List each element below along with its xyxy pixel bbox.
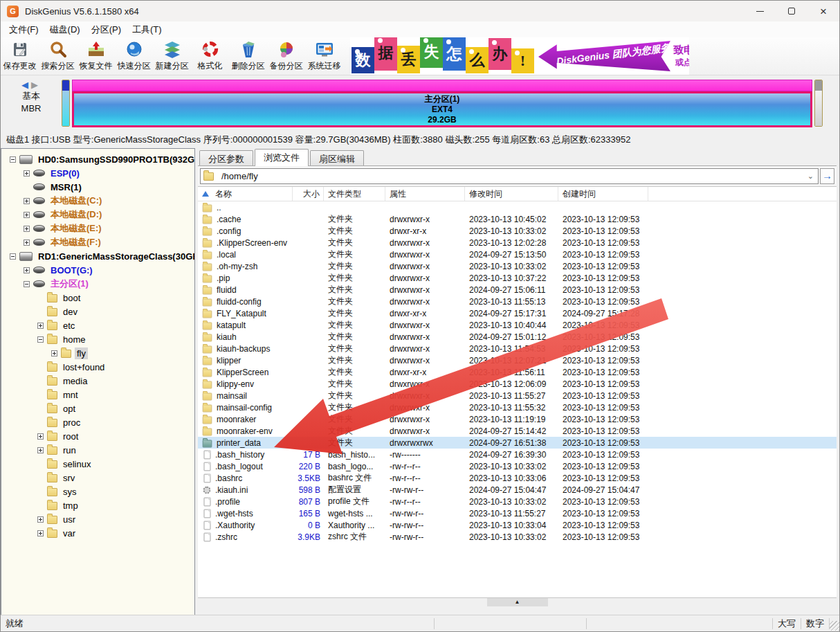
menu-item-1[interactable]: 磁盘(D) xyxy=(44,22,86,37)
column-header-created[interactable]: 创建时间 xyxy=(558,187,648,201)
next-disk-icon[interactable]: ▶ xyxy=(31,80,41,90)
expand-icon[interactable] xyxy=(24,240,30,246)
save-changes-button[interactable]: 保存更改 xyxy=(1,37,39,75)
tree-item-rd1-genericmassstorageclass-30gb-[interactable]: RD1:GenericMassStorageClass(30GB) xyxy=(1,249,194,263)
tree-item-lost-found[interactable]: lost+found xyxy=(1,360,194,374)
file-row--xauthority[interactable]: .Xauthority0 BXauthority ...-rw-rw-r--20… xyxy=(198,519,837,531)
file-row--config[interactable]: .config文件夹drwxr-xr-x2023-10-13 10:33:022… xyxy=(198,225,837,237)
tree-item-home[interactable]: home xyxy=(1,332,194,346)
file-row--kiauh-ini[interactable]: .kiauh.ini598 B配置设置-rw-rw-r--2024-09-27 … xyxy=(198,484,837,496)
tree-item-boot[interactable]: boot xyxy=(1,291,194,305)
column-header-size[interactable]: 大小 xyxy=(293,187,324,201)
tree-item--c-[interactable]: 本地磁盘(C:) xyxy=(1,194,194,208)
expand-icon[interactable] xyxy=(37,516,44,523)
column-header-type[interactable]: 文件类型 xyxy=(324,187,385,201)
file-row-klipper[interactable]: klipper文件夹drwxrwxr-x2023-10-13 12:07:212… xyxy=(198,354,837,366)
collapse-icon[interactable] xyxy=(10,156,16,163)
tree-item-esp-0-[interactable]: ESP(0) xyxy=(1,166,194,180)
path-input[interactable]: /home/fly ⌄ xyxy=(200,168,819,184)
column-header-attr[interactable]: 属性 xyxy=(385,187,465,201)
maximize-button[interactable] xyxy=(776,1,807,21)
file-row-klipperscreen[interactable]: KlipperScreen文件夹drwxr-xr-x2023-10-13 11:… xyxy=(198,366,837,378)
tab-分区参数[interactable]: 分区参数 xyxy=(199,150,253,165)
expand-icon[interactable] xyxy=(24,226,30,232)
minimize-button[interactable] xyxy=(744,1,776,21)
file-row-fluidd[interactable]: fluidd文件夹drwxrwxr-x2024-09-27 15:06:1120… xyxy=(198,284,837,296)
tree-item-tmp[interactable]: tmp xyxy=(1,498,194,512)
tree-item-mnt[interactable]: mnt xyxy=(1,388,194,401)
column-header-name[interactable]: 名称 xyxy=(198,187,293,201)
backup-partition-button[interactable]: 备份分区 xyxy=(267,37,305,75)
tree-item--e-[interactable]: 本地磁盘(E:) xyxy=(1,222,194,235)
file-row--[interactable]: .. xyxy=(198,201,837,213)
format-button[interactable]: 格式化 xyxy=(191,37,229,75)
search-partition-button[interactable]: 搜索分区 xyxy=(39,37,77,75)
file-row-kiauh[interactable]: kiauh文件夹drwxrwxr-x2024-09-27 15:01:12202… xyxy=(198,331,837,343)
tree-item-boot-g-[interactable]: BOOT(G:) xyxy=(1,263,194,277)
file-row-fluidd-config[interactable]: fluidd-config文件夹drwxrwxr-x2023-10-13 11:… xyxy=(198,296,837,307)
file-row--cache[interactable]: .cache文件夹drwxrwxr-x2023-10-13 10:45:0220… xyxy=(198,213,837,225)
file-row--local[interactable]: .local文件夹drwxrwxr-x2024-09-27 15:13:5020… xyxy=(198,249,837,260)
menu-item-0[interactable]: 文件(F) xyxy=(3,22,44,37)
tree-item-etc[interactable]: etc xyxy=(1,318,194,332)
tree-item-opt[interactable]: opt xyxy=(1,401,194,415)
disk-overview-strip[interactable] xyxy=(72,80,812,91)
file-row--pip[interactable]: .pip文件夹drwxrwxr-x2023-10-13 10:37:222023… xyxy=(198,272,837,284)
file-row-kiauh-backups[interactable]: kiauh-backups文件夹drwxrwxr-x2023-10-13 11:… xyxy=(198,343,837,354)
tree-item-usr[interactable]: usr xyxy=(1,512,194,526)
expand-bottom-panel-button[interactable]: ▲ xyxy=(487,598,548,606)
chevron-down-icon[interactable]: ⌄ xyxy=(807,172,815,181)
file-row-fly-katapult[interactable]: FLY_Katapult文件夹drwxr-xr-x2024-09-27 15:1… xyxy=(198,307,837,319)
tree-item-srv[interactable]: srv xyxy=(1,471,194,485)
file-row--bash-history[interactable]: .bash_history17 Bbash_histo...-rw-------… xyxy=(198,449,837,460)
file-row--zshrc[interactable]: .zshrc3.9KBzshrc 文件-rw-rw-r--2023-10-13 … xyxy=(198,531,837,543)
tab-浏览文件[interactable]: 浏览文件 xyxy=(255,149,309,166)
column-header-modified[interactable]: 修改时间 xyxy=(465,187,558,201)
expand-icon[interactable] xyxy=(51,350,57,356)
tree-item-var[interactable]: var xyxy=(1,526,194,540)
tree-item-root[interactable]: root xyxy=(1,429,194,443)
quick-partition-button[interactable]: 快速分区 xyxy=(115,37,153,75)
tree-item--1-[interactable]: 主分区(1) xyxy=(1,277,194,291)
file-row-mainsail[interactable]: mainsail文件夹drwxrwxr-x2023-10-13 11:55:27… xyxy=(198,390,837,401)
recover-files-button[interactable]: 恢复文件 xyxy=(77,37,115,75)
file-row--bashrc[interactable]: .bashrc3.5KBbashrc 文件-rw-r--r--2023-10-1… xyxy=(198,472,837,484)
prev-disk-icon[interactable]: ◀ xyxy=(21,80,31,90)
tree-item-msr-1-[interactable]: MSR(1) xyxy=(1,180,194,194)
expand-icon[interactable] xyxy=(37,447,44,453)
tree-item-selinux[interactable]: selinux xyxy=(1,457,194,471)
go-button[interactable]: → xyxy=(820,168,834,184)
collapse-icon[interactable] xyxy=(37,336,44,343)
expand-icon[interactable] xyxy=(37,433,44,440)
resize-grip[interactable] xyxy=(830,621,839,631)
file-row--klipperscreen-env[interactable]: .KlipperScreen-env文件夹drwxrwxr-x2023-10-1… xyxy=(198,237,837,249)
collapse-icon[interactable] xyxy=(10,253,16,260)
tree-item-media[interactable]: media xyxy=(1,374,194,388)
expand-icon[interactable] xyxy=(24,212,30,218)
file-row--oh-my-zsh[interactable]: .oh-my-zsh文件夹drwxrwxr-x2023-10-13 10:33:… xyxy=(198,260,837,272)
expand-icon[interactable] xyxy=(37,530,44,536)
expand-icon[interactable] xyxy=(24,267,30,273)
promo-banner[interactable]: 数据丢失怎么办! DiskGenius 团队为您服务 致电: 400-008-9… xyxy=(350,37,689,75)
file-row--wget-hsts[interactable]: .wget-hsts165 Bwget-hsts ...-rw-rw-r--20… xyxy=(198,507,837,519)
expand-icon[interactable] xyxy=(24,198,30,204)
banner-qq-link[interactable]: 或点击此处选择QQ咨询 xyxy=(673,57,689,69)
close-button[interactable]: × xyxy=(807,1,839,21)
expand-icon[interactable] xyxy=(37,323,44,329)
tree-item--d-[interactable]: 本地磁盘(D:) xyxy=(1,208,194,222)
file-row-katapult[interactable]: katapult文件夹drwxrwxr-x2023-10-13 10:40:44… xyxy=(198,319,837,331)
new-partition-button[interactable]: 新建分区 xyxy=(153,37,191,75)
tree-item-fly[interactable]: fly xyxy=(1,346,194,360)
tree-item-hd0-samsungssd990pro1tb-932gb-[interactable]: HD0:SamsungSSD990PRO1TB(932GB) xyxy=(1,152,194,166)
delete-partition-button[interactable]: 删除分区 xyxy=(229,37,267,75)
file-row-printer-data[interactable]: printer_data文件夹drwxrwxrwx2024-09-27 16:5… xyxy=(198,437,837,449)
tree-item--f-[interactable]: 本地磁盘(F:) xyxy=(1,235,194,249)
expand-icon[interactable] xyxy=(24,170,30,177)
tree-item-dev[interactable]: dev xyxy=(1,305,194,318)
file-row-moonraker[interactable]: moonraker文件夹drwxrwxr-x2023-10-13 11:19:1… xyxy=(198,413,837,425)
menu-item-3[interactable]: 工具(T) xyxy=(127,22,167,37)
file-row-moonraker-env[interactable]: moonraker-env文件夹drwxrwxr-x2024-09-27 15:… xyxy=(198,425,837,437)
tree-item-proc[interactable]: proc xyxy=(1,415,194,429)
file-row--profile[interactable]: .profile807 Bprofile 文件-rw-r--r--2023-10… xyxy=(198,496,837,507)
system-migration-button[interactable]: 系统迁移 xyxy=(305,37,343,75)
